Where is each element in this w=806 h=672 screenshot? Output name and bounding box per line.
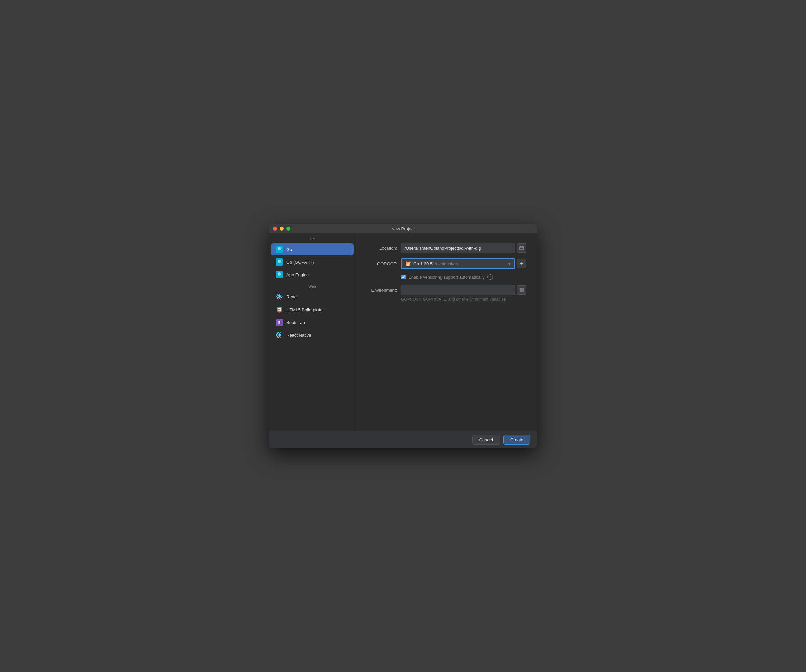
react-native-icon (276, 331, 283, 339)
goroot-add-button[interactable]: + (517, 259, 526, 268)
svg-rect-38 (520, 288, 521, 290)
go-icon (276, 245, 283, 253)
main-content: Go Go (269, 234, 537, 431)
help-icon[interactable]: ? (487, 274, 493, 280)
app-engine-icon (276, 271, 283, 278)
bootstrap-icon: B (276, 319, 283, 326)
footer: Cancel Create (269, 431, 537, 448)
sidebar: Go Go (269, 234, 356, 431)
sidebar-item-go-gopath[interactable]: Go (GOPATH) (271, 256, 354, 268)
svg-point-6 (278, 249, 279, 250)
sidebar-item-bootstrap[interactable]: B Bootstrap (271, 316, 354, 328)
svg-point-4 (279, 248, 279, 248)
window-title: New Project (391, 226, 415, 232)
svg-point-22 (278, 274, 279, 275)
vendor-checkbox[interactable] (401, 275, 406, 279)
goroot-select-wrapper: 🐹 Go 1.20.5 /usr/local/go ▼ + (401, 258, 526, 269)
svg-point-5 (280, 248, 280, 248)
location-browse-button[interactable] (517, 243, 526, 253)
titlebar: New Project (269, 224, 537, 234)
sidebar-item-app-engine[interactable]: App Engine (271, 268, 354, 281)
svg-point-21 (280, 273, 280, 274)
environment-label: Environment: (367, 288, 397, 293)
window-controls (273, 227, 290, 231)
sidebar-bootstrap-label: Bootstrap (286, 320, 305, 325)
go-gopath-icon (276, 258, 283, 266)
svg-point-33 (279, 334, 280, 336)
html5-icon (276, 306, 283, 313)
sidebar-react-label: React (286, 295, 298, 300)
svg-point-12 (279, 260, 279, 261)
minimize-button[interactable] (280, 227, 284, 231)
env-expand-button[interactable] (517, 285, 526, 295)
goroot-select[interactable]: 🐹 Go 1.20.5 /usr/local/go ▼ (401, 258, 515, 269)
chevron-down-icon: ▼ (508, 262, 511, 266)
create-button[interactable]: Create (503, 435, 530, 445)
environment-hint: GOPROXY, GOPRIVATE, and other environmen… (401, 297, 526, 302)
environment-input[interactable] (401, 285, 515, 295)
web-section-header: Web (269, 281, 356, 290)
svg-point-20 (279, 273, 279, 274)
svg-rect-39 (522, 288, 524, 290)
env-input-wrapper (401, 285, 526, 295)
svg-point-23 (280, 274, 281, 275)
svg-point-1 (277, 247, 281, 250)
location-input[interactable] (401, 243, 515, 253)
svg-rect-40 (520, 290, 521, 292)
location-input-wrapper (401, 243, 526, 253)
sidebar-react-native-label: React Native (286, 333, 311, 338)
sidebar-gopath-label: Go (GOPATH) (286, 260, 314, 265)
location-label: Location: (367, 245, 397, 250)
sidebar-go-label: Go (286, 247, 292, 252)
goroot-label: GOROOT: (367, 261, 397, 266)
svg-point-14 (278, 262, 279, 262)
maximize-button[interactable] (286, 227, 290, 231)
sidebar-html5-label: HTML5 Boilerplate (286, 307, 322, 312)
sidebar-item-react[interactable]: React (271, 291, 354, 303)
goroot-version: Go 1.20.5 (413, 261, 433, 266)
svg-point-13 (280, 260, 280, 261)
svg-point-24 (279, 296, 280, 298)
goroot-row: GOROOT: 🐹 Go 1.20.5 /usr/local/go ▼ + (367, 258, 526, 269)
svg-point-15 (280, 262, 281, 262)
sidebar-item-html5[interactable]: HTML5 Boilerplate (271, 303, 354, 316)
close-button[interactable] (273, 227, 277, 231)
svg-rect-41 (522, 290, 524, 292)
svg-text:B: B (277, 320, 280, 325)
svg-point-7 (280, 249, 281, 250)
go-section-header: Go (269, 234, 356, 243)
new-project-window: New Project Go (269, 224, 537, 448)
environment-row: Environment: (367, 285, 526, 295)
svg-rect-37 (520, 247, 524, 250)
goroot-gopher-icon: 🐹 (405, 260, 411, 267)
cancel-button[interactable]: Cancel (472, 435, 500, 445)
goroot-path: /usr/local/go (434, 261, 458, 266)
location-row: Location: (367, 243, 526, 253)
vendor-label: Enable vendoring support automatically (408, 275, 485, 280)
right-panel: Location: GOROOT: (356, 234, 537, 431)
svg-point-9 (277, 260, 281, 263)
sidebar-app-engine-label: App Engine (286, 272, 309, 277)
sidebar-item-react-native[interactable]: React Native (271, 329, 354, 341)
svg-point-17 (277, 272, 281, 276)
vendor-row: Enable vendoring support automatically ? (401, 274, 526, 280)
react-icon (276, 293, 283, 300)
sidebar-item-go[interactable]: Go (271, 243, 354, 255)
